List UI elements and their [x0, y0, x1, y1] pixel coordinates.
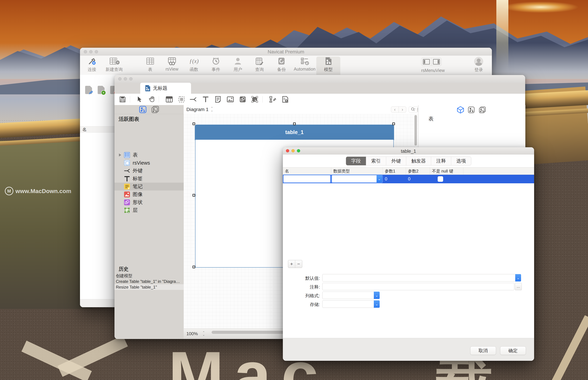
new-note-tool-button[interactable]: [213, 95, 223, 104]
ok-button[interactable]: 确定: [500, 346, 526, 355]
new-view-tool-button[interactable]: [177, 95, 186, 104]
sidebar-item-layers[interactable]: 层: [114, 206, 184, 214]
new-image-tool-button[interactable]: [226, 95, 235, 104]
not-null-checkbox[interactable]: [438, 176, 443, 182]
hand-icon: [149, 96, 155, 103]
sidebar-item-shapes[interactable]: 形状: [114, 198, 184, 206]
rsmenuview-buttons[interactable]: [421, 58, 442, 66]
backup-button[interactable]: 备份: [269, 57, 293, 74]
chevron-down-icon[interactable]: ⌄: [374, 292, 380, 299]
new-foreign-key-tool-button[interactable]: [189, 95, 198, 104]
param1-value[interactable]: 0: [385, 176, 387, 182]
new-layer-tool-button[interactable]: [250, 95, 259, 104]
preview-button[interactable]: [281, 95, 290, 104]
close-button[interactable]: [118, 77, 121, 80]
history-item[interactable]: Create Table "table_1" in "Diagra…: [114, 279, 184, 284]
new-query-button[interactable]: + 新建查询: [102, 57, 126, 74]
zoom-button[interactable]: [129, 77, 133, 80]
diagrams-tab-icon[interactable]: [151, 106, 159, 113]
edit-model-button[interactable]: [84, 85, 93, 95]
new-table-tool-button[interactable]: [165, 95, 174, 104]
new-model-button[interactable]: +: [97, 85, 106, 95]
left-pane-toggle-button[interactable]: [421, 58, 431, 66]
column-header-not-null[interactable]: 不是 null: [430, 168, 447, 174]
forward-button[interactable]: ›: [398, 107, 406, 113]
resize-handle-bottom-left[interactable]: [192, 266, 195, 268]
back-button[interactable]: ‹: [391, 107, 398, 113]
resize-handle-top-left[interactable]: [192, 123, 195, 125]
field-row-selected[interactable]: ⌄ 0 0: [283, 175, 534, 183]
event-button[interactable]: 事件: [204, 57, 228, 74]
default-value-combo[interactable]: ⌄: [322, 274, 521, 282]
user-button[interactable]: 用户: [226, 57, 250, 74]
sidebar-item-images[interactable]: 图像: [114, 190, 184, 198]
chevron-down-icon[interactable]: ⌄: [515, 274, 521, 282]
column-format-combo[interactable]: ⌄: [322, 292, 380, 299]
chevron-down-icon[interactable]: ⌄: [374, 300, 380, 308]
field-type-combo[interactable]: ⌄: [332, 175, 382, 182]
add-field-button[interactable]: +: [288, 260, 295, 268]
canvas-table-object[interactable]: table_1: [195, 125, 394, 140]
comment-more-button[interactable]: …: [515, 283, 522, 290]
login-button[interactable]: 登录: [474, 57, 483, 73]
connection-button[interactable]: 连接: [80, 57, 104, 74]
automation-button[interactable]: Automation: [292, 57, 318, 74]
right-pane-toggle-button[interactable]: [431, 58, 441, 66]
window-controls[interactable]: [118, 77, 133, 80]
cancel-button[interactable]: 取消: [470, 346, 496, 355]
disclosure-triangle-icon[interactable]: [119, 153, 121, 156]
zoom-stepper[interactable]: ⌃ ⌄: [203, 331, 205, 336]
view-button[interactable]: rsView: [160, 57, 184, 74]
diagram-tab-icon[interactable]: [139, 106, 147, 113]
sidebar-item-foreign-keys[interactable]: 外键: [114, 167, 184, 175]
column-header-type[interactable]: 数据类型: [331, 168, 383, 174]
diagram-panel-icon[interactable]: [468, 106, 475, 113]
column-header-key[interactable]: 键: [447, 168, 463, 174]
canvas-vertical-scrollbar[interactable]: [415, 115, 417, 146]
chevron-down-icon[interactable]: ⌄: [377, 175, 382, 182]
resize-handle-mid-left[interactable]: [192, 194, 195, 196]
field-name-input[interactable]: [284, 175, 330, 182]
new-shape-tool-button[interactable]: [238, 95, 247, 104]
diagram-selector[interactable]: Diagram 1: [186, 107, 209, 112]
sidebar-item-views[interactable]: rsViews: [114, 159, 184, 167]
table-button[interactable]: 表: [138, 57, 162, 74]
images-icon: [124, 191, 130, 197]
resize-handle-top-mid[interactable]: [293, 123, 296, 125]
tab-comment[interactable]: 注释: [431, 157, 451, 165]
model-cube-icon[interactable]: [457, 106, 464, 114]
tab-options[interactable]: 选项: [451, 157, 471, 165]
remove-field-button[interactable]: −: [295, 260, 302, 268]
dialog-titlebar[interactable]: table_1: [283, 147, 534, 154]
column-header-name[interactable]: 名: [283, 168, 331, 174]
tab-untitled[interactable]: 无标题: [140, 83, 191, 94]
sidebar-item-notes[interactable]: 笔记: [114, 183, 184, 190]
auto-layout-button[interactable]: [268, 95, 278, 104]
diagram-stepper[interactable]: ⌃ ⌄: [211, 107, 213, 112]
query-button[interactable]: 查询: [247, 57, 271, 74]
column-header-param2[interactable]: 参数2: [406, 168, 430, 174]
tab-triggers[interactable]: 触发器: [406, 157, 431, 165]
comment-input[interactable]: [322, 283, 514, 290]
param2-value[interactable]: 0: [408, 176, 410, 182]
resize-handle-top-right[interactable]: [392, 123, 395, 125]
tab-indexes[interactable]: 索引: [366, 157, 386, 165]
save-button[interactable]: [118, 95, 127, 104]
model-titlebar[interactable]: [114, 75, 525, 83]
history-item[interactable]: 创建模型: [114, 273, 184, 279]
select-tool-button[interactable]: [135, 95, 144, 104]
pan-tool-button[interactable]: [147, 95, 157, 104]
model-button[interactable]: 模型: [316, 57, 340, 75]
minimize-button[interactable]: [124, 77, 127, 80]
sidebar-item-tables[interactable]: 表: [114, 151, 184, 159]
column-header-param1[interactable]: 参数1: [383, 168, 406, 174]
sidebar-item-labels[interactable]: 标签: [114, 175, 184, 183]
tab-foreign-keys[interactable]: 外键: [386, 157, 406, 165]
function-button[interactable]: ƒ(x) 函数: [182, 57, 206, 74]
storage-combo[interactable]: ⌄: [322, 300, 380, 308]
diagrams-panel-icon[interactable]: [479, 106, 486, 113]
main-titlebar[interactable]: Navicat Premium: [80, 48, 492, 56]
history-item-selected[interactable]: Resize Table "table_1": [114, 284, 184, 290]
tab-fields[interactable]: 字段: [346, 157, 366, 165]
new-label-tool-button[interactable]: [201, 95, 210, 104]
